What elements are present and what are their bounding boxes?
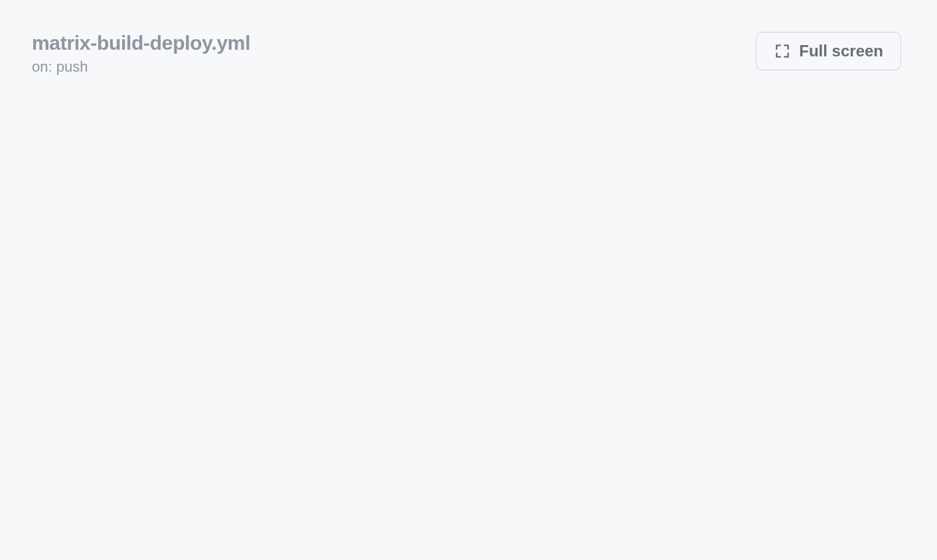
fullscreen-button-label: Full screen (799, 42, 883, 60)
title-block: matrix-build-deploy.yml on: push (32, 32, 250, 76)
workflow-header: matrix-build-deploy.yml on: push Full sc… (0, 0, 937, 76)
workflow-filename: matrix-build-deploy.yml (32, 32, 250, 54)
workflow-trigger-label: on: push (32, 58, 250, 76)
fullscreen-button[interactable]: Full screen (756, 32, 901, 70)
fullscreen-icon (774, 42, 791, 60)
